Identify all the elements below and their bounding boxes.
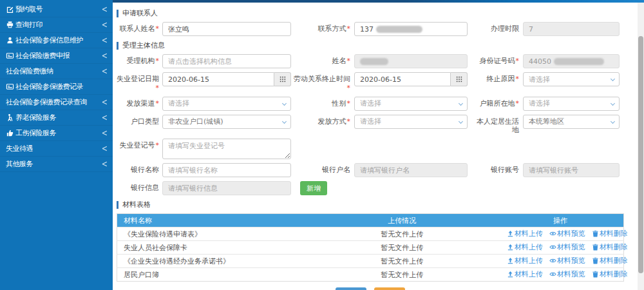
reset-button[interactable]: 重置	[374, 287, 405, 290]
contact-name-input[interactable]	[162, 22, 291, 36]
table-row: 居民户口簿 暂无文件上传 材料上传材料预览材料删除	[117, 268, 624, 282]
person-name-field	[354, 54, 468, 68]
bank-name-input[interactable]	[162, 163, 291, 177]
sidebar-item-insurance-info-maintain[interactable]: 社会保险参保信息维护 <	[0, 33, 113, 48]
contact-phone-input[interactable]: 137	[354, 22, 468, 36]
delete-material-link[interactable]: 材料删除	[592, 229, 628, 238]
preview-material-link[interactable]: 材料预览	[549, 269, 585, 279]
chevron-down-icon	[282, 101, 287, 105]
sidebar-item-label: 查询打印	[15, 20, 99, 30]
field-label: 性别*	[294, 97, 350, 108]
upload-icon	[507, 230, 514, 237]
sidebar-item-unemployment-benefits[interactable]: 失业待遇 <	[0, 141, 113, 157]
unemploy-date-input[interactable]: 2020-06-15	[162, 72, 274, 86]
chevron-left-icon: <	[102, 113, 108, 123]
upload-material-link[interactable]: 材料上传	[507, 242, 543, 252]
sidebar-item-label: 养老保险服务	[15, 113, 99, 122]
agency-input[interactable]	[162, 54, 291, 68]
gender-select[interactable]: 请选择	[354, 97, 468, 111]
field-label: 失业登记日期*	[117, 72, 159, 93]
section-title: 申请联系人	[122, 8, 158, 18]
upload-material-link[interactable]: 材料上传	[507, 229, 543, 238]
chevron-left-icon: <	[102, 5, 108, 15]
chevron-left-icon: <	[102, 51, 108, 61]
upload-status: 暂无文件上传	[307, 268, 497, 282]
sidebar-item-payment-declare[interactable]: 社会保险缴费申报 <	[0, 48, 113, 64]
chevron-left-icon: <	[102, 97, 108, 108]
chevron-left-icon: <	[102, 144, 108, 154]
sidebar-item-label: 社会保险参保信息维护	[15, 35, 99, 45]
redacted-text	[554, 58, 604, 65]
trash-icon	[592, 244, 599, 251]
chevron-left-icon: <	[102, 20, 108, 30]
sidebar-item-fee-payment[interactable]: 社会保险费缴纳 <	[0, 64, 113, 79]
section-marker	[117, 201, 118, 209]
preview-material-link[interactable]: 材料预览	[549, 229, 585, 238]
section-subject-header: 受理主体信息	[117, 41, 634, 50]
field-label: 身份证号码*	[470, 54, 519, 66]
redacted-text	[376, 26, 422, 33]
field-label: 户籍所在地*	[470, 97, 519, 108]
sidebar-item-other-services[interactable]: 其他服务 <	[0, 157, 113, 172]
unemploy-date-picker[interactable]: 2020-06-15	[162, 72, 291, 86]
upload-material-link[interactable]: 材料上传	[507, 269, 543, 279]
scrollbar-thumb[interactable]	[638, 36, 643, 273]
material-name: 居民户口簿	[117, 268, 307, 282]
sidebar-item-appointment[interactable]: 预约取号 <	[0, 2, 113, 17]
sidebar-item-label: 社会保险参保缴费记录查询	[6, 97, 99, 107]
section-title: 材料表格	[122, 200, 151, 209]
hukou-type-select[interactable]: 非农业户口(城镇)	[162, 115, 291, 129]
upload-icon	[507, 257, 514, 264]
sidebar-item-label: 其他服务	[6, 159, 99, 169]
chevron-left-icon: <	[102, 35, 108, 46]
column-header-status: 上传情况	[307, 214, 497, 227]
preview-material-link[interactable]: 材料预览	[549, 242, 585, 252]
add-button[interactable]: 新增	[300, 181, 327, 195]
elder-icon	[6, 113, 14, 122]
sidebar-item-print-query[interactable]: 查询打印 <	[0, 17, 113, 33]
preview-material-link[interactable]: 材料预览	[549, 256, 585, 266]
material-name: 《失业保险待遇申请表》	[117, 227, 307, 241]
sidebar-item-label: 社会保险缴费申报	[15, 51, 99, 61]
user-icon	[6, 36, 14, 44]
section-marker	[117, 42, 118, 50]
sidebar-item-pension-service[interactable]: 养老保险服务 <	[0, 110, 113, 126]
labor-end-date-picker[interactable]: 2020-06-15	[354, 72, 468, 86]
upload-status: 暂无文件上传	[307, 255, 497, 268]
delete-material-link[interactable]: 材料删除	[592, 269, 628, 279]
trash-icon	[592, 271, 599, 278]
field-label: 本人定居生活地	[470, 115, 519, 135]
calendar-icon[interactable]	[451, 72, 468, 86]
printer-icon	[6, 21, 14, 29]
delete-material-link[interactable]: 材料删除	[592, 242, 628, 252]
redacted-text	[360, 58, 388, 65]
section-title: 受理主体信息	[122, 41, 165, 50]
chevron-left-icon: <	[102, 128, 108, 139]
table-row: 《企业失业待遇经办业务承诺书》 暂无文件上传 材料上传材料预览材料删除	[117, 255, 624, 268]
chevron-down-icon	[611, 119, 615, 123]
sidebar-item-injury-service[interactable]: 工伤保险服务 <	[0, 126, 113, 141]
field-label: 姓名*	[294, 54, 350, 66]
channel-select[interactable]: 请选择	[162, 97, 291, 111]
registered-place-select[interactable]: 请选择	[523, 97, 620, 111]
upload-material-link[interactable]: 材料上传	[507, 256, 543, 266]
unemploy-reg-no-textarea[interactable]	[162, 139, 291, 159]
sidebar-item-payment-records[interactable]: 社会保险参保缴费记录	[0, 79, 113, 95]
material-name: 《企业失业待遇经办业务承诺书》	[117, 255, 307, 268]
labor-end-date-input[interactable]: 2020-06-15	[354, 72, 451, 86]
section-marker	[117, 10, 118, 17]
table-row: 失业人员社会保障卡 暂无文件上传 材料上传材料预览材料删除	[117, 241, 624, 255]
submit-button[interactable]: 提交	[336, 287, 366, 290]
scrollbar-track[interactable]	[638, 3, 644, 290]
calendar-icon[interactable]	[274, 72, 291, 86]
field-label: 办理时限	[470, 22, 519, 34]
end-reason-select[interactable]: 请选择	[523, 72, 620, 86]
chevron-down-icon	[611, 101, 615, 105]
field-label: 发放渠道*	[117, 97, 159, 108]
table-header-row: 材料名称 上传情况 操作	[117, 214, 624, 227]
payment-method-select[interactable]: 请选择	[354, 115, 468, 129]
delete-material-link[interactable]: 材料删除	[592, 256, 628, 266]
living-place-select[interactable]: 本统筹地区	[523, 115, 620, 129]
sidebar-item-payment-records-query[interactable]: 社会保险参保缴费记录查询 <	[0, 95, 113, 110]
field-label: 户口类型	[117, 115, 159, 126]
